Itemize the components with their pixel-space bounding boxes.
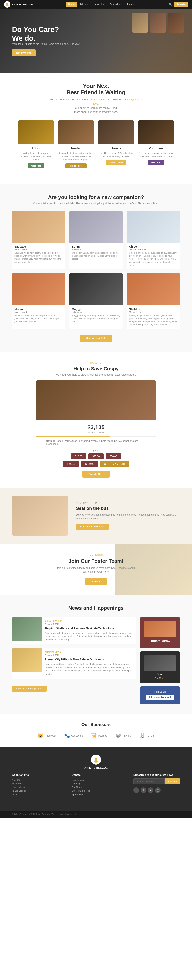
subscribe-input[interactable] — [133, 778, 165, 784]
facebook-button[interactable]: Join us on facebook — [146, 695, 174, 700]
volunteer-card: Volunteer You can help animals that we w… — [138, 120, 174, 168]
donate-widget: Donate Meow — [140, 617, 180, 648]
pet-card-chloe[interactable]: Chloe German Shepherd Chloe is sweet, qu… — [126, 211, 180, 269]
sponsor-name-1: Happy Cat — [45, 735, 56, 737]
next-friend-section: Your Next Best Friend is Waiting We beli… — [0, 73, 192, 184]
social-twitter[interactable]: t — [141, 788, 146, 793]
adopt-image — [18, 120, 54, 144]
bus-button[interactable]: Buy a seat on the bus — [76, 523, 109, 530]
footer-link-donate-now[interactable]: Donate Now — [72, 779, 91, 781]
next-friend-description: We believe that all pets deserve a secon… — [46, 97, 146, 114]
bus-content: YOU CAN HELP Seat on the bus Did you kno… — [76, 502, 180, 530]
social-linkedin[interactable]: in — [148, 788, 154, 793]
pet-image-muggy — [69, 273, 123, 305]
options-grid: Adopt Visit with our pets ready for adop… — [12, 120, 180, 168]
donate-card-button[interactable]: How to Give? — [106, 160, 126, 165]
sponsor-icon-5: 🐰 — [139, 733, 146, 739]
nav-adoption[interactable]: Adoption — [77, 2, 91, 7]
footer-link-about[interactable]: About Us — [12, 779, 29, 781]
pet-card-sheldon[interactable]: Sheldon Mixed Breed When you get Sheldon… — [126, 273, 180, 329]
amount-btn-100[interactable]: $100.00 — [62, 461, 79, 467]
progress-bar — [36, 436, 156, 438]
shop-title: Shop — [144, 673, 176, 676]
foster-join-button[interactable]: Join Us — [85, 578, 107, 585]
pet-image-sheldon — [126, 273, 180, 305]
hero-cta-button[interactable]: Get involved — [12, 49, 35, 56]
pet-info-sausage: Sausage Mixed Breed Sausage would fit in… — [12, 243, 66, 266]
pet-card-sausage[interactable]: Sausage Mixed Breed Sausage would fit in… — [12, 211, 66, 269]
shop-widget: Shop Our Merch — [140, 651, 180, 683]
news-title: News and Happenings — [12, 605, 180, 611]
svg-point-2 — [94, 758, 98, 760]
custom-amount-button[interactable]: CUSTOM AMOUNT — [100, 461, 129, 467]
volunteer-button[interactable]: Welcome! — [147, 160, 165, 165]
news-content-1: ANIMAL RESCUE January 5, 2022 Helping Sh… — [42, 617, 136, 644]
footer-link-more[interactable]: More — [12, 793, 29, 795]
footer-link-news[interactable]: Our News — [72, 786, 91, 789]
footer-subscribe: Subscribe to get our latest news Subscri… — [133, 773, 180, 797]
pet-card-martin[interactable]: Martin Mixed Breed Martin has been in a … — [12, 273, 66, 329]
amount-btn-25[interactable]: $25.00 — [88, 453, 104, 460]
hero-animal-1 — [132, 13, 148, 33]
sponsors-title: Our Sponsors — [12, 722, 180, 727]
foster-button[interactable]: Help to Foster — [66, 163, 86, 168]
nav-about[interactable]: About Us — [92, 2, 107, 7]
search-icon[interactable]: 🔍 — [169, 3, 172, 6]
news-card-2[interactable]: SHELTER NEWS January 6, 2022 Injured Cit… — [12, 648, 136, 679]
all-news-button[interactable]: All news and happenings — [12, 686, 46, 692]
adopt-button[interactable]: Meet Pets — [27, 163, 44, 168]
amount-btn-10[interactable]: $10.00 — [71, 453, 86, 460]
amount-btn-250[interactable]: $250.00 — [82, 461, 98, 467]
sponsor-icon-1: 🐱 — [37, 733, 43, 739]
shop-subtitle[interactable]: Our Merch — [144, 677, 176, 679]
footer-link-image-credits[interactable]: Image Credits — [12, 790, 29, 792]
pet-image-chloe — [126, 211, 180, 243]
footer-link-meet-pet[interactable]: Meet a Pet — [12, 783, 29, 785]
social-icons: f t in 📷 — [133, 788, 180, 793]
donate-now-button[interactable]: Donate Now — [82, 471, 109, 477]
sponsor-icon-2: 🐾 — [64, 733, 70, 739]
nav-campaigns[interactable]: Campaigns — [107, 2, 124, 7]
companions-title: Are you looking for a new companion? — [12, 194, 180, 200]
foster-image — [58, 120, 94, 144]
news-content-2: SHELTER NEWS January 6, 2022 Injured Cit… — [42, 648, 136, 679]
donate-crispy-desc: We need your help to save Crispy as she … — [46, 373, 146, 376]
footer-col-donate: Donate Donate Now Our Blog Our News Othe… — [72, 773, 91, 797]
footer-link-blog[interactable]: Our Blog — [72, 783, 91, 785]
companions-section: Are you looking for a new companion? Our… — [0, 184, 192, 352]
foster-title: Foster — [58, 146, 94, 150]
footer-link-other-ways[interactable]: Other ways to Help — [72, 790, 91, 792]
footer-col-adoption: Adoption Info About Us Meet a Pet How it… — [12, 773, 29, 797]
logo-text: ANIMAL RESCUE — [12, 3, 33, 6]
nav-logo[interactable]: ANIMAL RESCUE — [4, 1, 33, 8]
subscribe-button[interactable]: Subscribe — [165, 778, 180, 784]
news-layout: ANIMAL RESCUE January 5, 2022 Helping Sh… — [12, 617, 180, 704]
amount-btn-50[interactable]: $50.00 — [106, 453, 121, 460]
sponsor-cat-lovers: 🐾 Cat Lovers — [64, 733, 83, 739]
news-sidebar: Donate Meow Shop Our Merch Join Us on Jo… — [140, 617, 180, 704]
news-title-2: Injured City Kitten Is Now Safe in Our H… — [45, 657, 133, 661]
social-facebook[interactable]: f — [133, 788, 139, 793]
news-date-1: January 5, 2022 — [45, 623, 133, 625]
all-pets-button[interactable]: Meet all our Pets — [80, 335, 112, 342]
seat-bus-section: YOU CAN HELP Seat on the bus Did you kno… — [0, 488, 192, 544]
footer-link-sponsorship[interactable]: Sponsorship — [72, 793, 91, 795]
nav-home[interactable]: Home — [66, 2, 77, 7]
amount-raised: $3,135 — [12, 424, 180, 431]
foster-card: Foster Join our foster team today and he… — [58, 120, 94, 168]
social-instagram[interactable]: 📷 — [155, 788, 161, 793]
foster-desc: Join our foster team today and help us s… — [58, 151, 94, 161]
news-card-1[interactable]: ANIMAL RESCUE January 5, 2022 Helping Sh… — [12, 617, 136, 644]
facebook-text: Join Us on — [144, 690, 176, 693]
sponsor-name-4: Tinyhelp — [122, 735, 131, 737]
pet-card-bunny[interactable]: Bunny Mixed Cat We took in Bunny from a … — [69, 211, 123, 269]
news-articles: ANIMAL RESCUE January 5, 2022 Helping Sh… — [12, 617, 136, 704]
nav-donate-button[interactable]: Donate — [174, 2, 188, 7]
news-tag-1: ANIMAL RESCUE — [45, 620, 133, 622]
nav-pages[interactable]: Pages — [125, 2, 136, 7]
donate-crispy-title: Help to Save Crispy — [12, 366, 180, 372]
pet-card-muggy[interactable]: Muggy Feline mix Muggy looking for the r… — [69, 273, 123, 329]
footer-link-how-works[interactable]: How it Works — [12, 786, 29, 789]
bus-description: Did you know you can help dogs ride home… — [76, 513, 180, 520]
logo-icon — [4, 1, 10, 8]
